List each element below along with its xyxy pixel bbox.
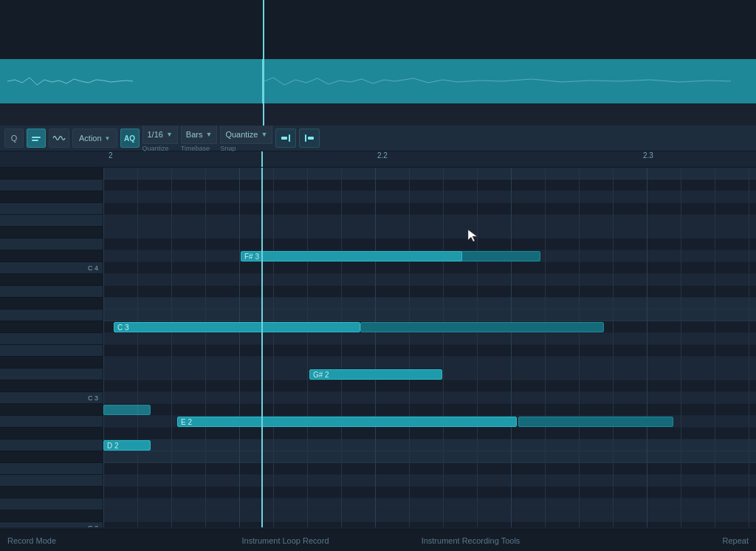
piano-key-gb3[interactable]	[0, 321, 103, 333]
note[interactable]: E 2	[177, 417, 517, 427]
waveform-svg	[0, 59, 756, 103]
wave-icon-button[interactable]	[49, 129, 69, 148]
quantize-arrow-icon: ▼	[166, 131, 173, 138]
svg-rect-3	[281, 137, 287, 140]
timebase-sublabel: Timebase	[181, 145, 210, 152]
status-record-mode: Record Mode	[7, 536, 193, 545]
snap-left-button[interactable]	[275, 129, 296, 148]
notes-container: F# 3C 3G# 2E 2D 2	[103, 168, 756, 527]
svg-rect-4	[289, 134, 290, 142]
status-repeat: Repeat	[563, 536, 749, 545]
note[interactable]	[103, 405, 151, 415]
timebase-value: Bars	[186, 130, 203, 139]
piano-key-fsharp3[interactable]	[0, 369, 103, 380]
piano-key-g4[interactable]	[0, 179, 103, 191]
piano-key-f4[interactable]	[0, 203, 103, 215]
piano-key-e4[interactable]	[0, 215, 103, 227]
piano-key-f2[interactable]	[0, 475, 103, 487]
piano-key-g3[interactable]	[0, 333, 103, 345]
quantize-button[interactable]: Q	[4, 129, 24, 148]
piano-key-ab3[interactable]	[0, 298, 103, 309]
piano-key-e2[interactable]	[0, 487, 103, 499]
timeline-ruler: 2 2.2 2.3	[0, 151, 756, 168]
svg-rect-2	[32, 140, 38, 141]
pitch-icon-button[interactable]	[27, 129, 46, 148]
svg-rect-6	[308, 137, 314, 140]
snap-dropdown[interactable]: Quantize ▼	[220, 125, 272, 144]
bottom-ruler-bar	[0, 103, 756, 126]
ruler-mark-2-3: 2.3	[641, 151, 653, 160]
status-loop-record: Instrument Loop Record	[193, 536, 378, 545]
action-dropdown[interactable]: Action ▼	[72, 129, 117, 148]
svg-rect-1	[32, 137, 41, 138]
piano-key-bb2[interactable]	[0, 416, 103, 428]
note[interactable]: G# 2	[309, 369, 442, 380]
grid-area[interactable]: F# 3C 3G# 2E 2D 2	[103, 168, 756, 527]
piano-key-gsharp2[interactable]	[0, 451, 103, 463]
piano-key-ab4[interactable]	[0, 168, 103, 179]
piano-roll-body: C 4 C 3 C 2	[0, 168, 756, 527]
note-continuation[interactable]	[518, 417, 673, 427]
ruler-mark-2-2: 2.2	[375, 151, 388, 160]
piano-key-b3[interactable]	[0, 274, 103, 286]
svg-rect-5	[305, 134, 306, 142]
action-label: Action	[79, 134, 102, 143]
timebase-dropdown-wrapper: Bars ▼ Timebase	[181, 125, 218, 152]
status-recording-tools: Instrument Recording Tools	[378, 536, 563, 545]
pitch-icon	[31, 133, 41, 143]
quantize-value: 1/16	[148, 130, 163, 139]
piano-key-c2[interactable]: C 2	[0, 522, 103, 527]
piano-key-d2[interactable]	[0, 510, 103, 522]
piano-key-f3[interactable]	[0, 345, 103, 357]
note[interactable]: F# 3	[241, 251, 462, 261]
snap-left-icon	[281, 134, 291, 143]
top-waveform-area	[0, 0, 756, 126]
piano-key-g2[interactable]	[0, 463, 103, 475]
wave-icon	[52, 134, 66, 143]
piano-roll-main: 2 2.2 2.3 C 4	[0, 151, 756, 527]
snap-right-icon	[304, 134, 315, 143]
status-bar: Record Mode Instrument Loop Record Instr…	[0, 529, 756, 551]
piano-key-bb3[interactable]	[0, 286, 103, 298]
toolbar: Q Action ▼ AQ 1/16 ▼ Quantize Bars ▼ Tim…	[0, 126, 756, 151]
piano-key-ab2[interactable]	[0, 428, 103, 439]
piano-key-eb2[interactable]	[0, 499, 103, 510]
ruler-mark-2: 2	[106, 151, 113, 160]
snap-right-button[interactable]	[299, 129, 320, 148]
note-continuation[interactable]	[459, 251, 540, 261]
note[interactable]: D 2	[103, 440, 151, 451]
grid-position-line	[261, 168, 263, 527]
action-arrow-icon: ▼	[105, 135, 111, 142]
timebase-arrow-icon: ▼	[205, 131, 212, 138]
snap-value: Quantize	[225, 130, 258, 139]
timeline-indicator-2	[263, 0, 264, 126]
piano-key-a2[interactable]	[0, 439, 103, 451]
note-continuation[interactable]	[360, 322, 604, 332]
ruler-position-line	[261, 151, 263, 167]
piano-key-gb4[interactable]	[0, 191, 103, 203]
snap-arrow-icon: ▼	[261, 131, 267, 138]
ruler-track: 2 2.2 2.3	[103, 151, 756, 167]
snap-sublabel: Snap	[220, 145, 236, 152]
aq-button[interactable]: AQ	[120, 129, 140, 148]
piano-key-a3[interactable]	[0, 309, 103, 321]
note[interactable]: C 3	[114, 322, 360, 332]
top-dark-bar	[0, 0, 756, 59]
waveform-display	[0, 59, 756, 103]
timebase-dropdown[interactable]: Bars ▼	[181, 125, 218, 144]
piano-key-b2[interactable]	[0, 404, 103, 416]
quantize-sublabel: Quantize	[142, 145, 169, 152]
piano-keys-ruler-spacer	[0, 151, 103, 167]
piano-key-d4[interactable]	[0, 239, 103, 250]
piano-key-eb3[interactable]	[0, 357, 103, 369]
quantize-dropdown-wrapper: 1/16 ▼ Quantize	[142, 125, 178, 152]
piano-key-db4[interactable]	[0, 250, 103, 262]
piano-key-c4[interactable]: C 4	[0, 262, 103, 274]
piano-keys: C 4 C 3 C 2	[0, 168, 103, 527]
piano-key-db3[interactable]	[0, 380, 103, 392]
snap-dropdown-wrapper: Quantize ▼ Snap	[220, 125, 272, 152]
quantize-dropdown[interactable]: 1/16 ▼	[142, 125, 178, 144]
piano-key-c3[interactable]: C 3	[0, 392, 103, 404]
piano-key-eb4[interactable]	[0, 227, 103, 239]
